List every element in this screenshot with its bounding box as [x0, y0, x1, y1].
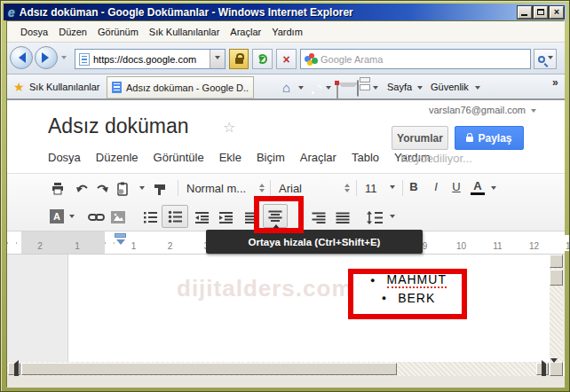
indent-marker-icon[interactable]: [116, 239, 125, 249]
align-right-button[interactable]: [311, 209, 327, 225]
increase-indent-button[interactable]: [218, 209, 234, 225]
back-button[interactable]: [10, 46, 33, 69]
text-color-caret-icon[interactable]: [491, 186, 496, 192]
highlight-color-button[interactable]: A: [50, 209, 64, 223]
bulleted-list-button[interactable]: [162, 205, 188, 228]
underline-button[interactable]: U: [449, 180, 463, 193]
ie-menu-item[interactable]: Görünüm: [93, 25, 143, 39]
address-field[interactable]: https://docs.google.com: [75, 49, 226, 69]
scroll-right-button[interactable]: [536, 363, 549, 375]
text-color-button[interactable]: A: [471, 180, 485, 195]
home-caret-icon[interactable]: [298, 86, 304, 92]
docs-menu-item[interactable]: Dosya: [48, 151, 81, 164]
docs-menu-item[interactable]: Düzenle: [96, 151, 139, 164]
ruler-margin-numbers: 21: [21, 231, 96, 254]
minimize-button[interactable]: [518, 6, 532, 19]
docs-menu-item[interactable]: Ekle: [219, 151, 241, 164]
ie-menu-item[interactable]: Yardım: [267, 25, 307, 39]
docs-menu-item[interactable]: Görüntüle: [154, 151, 204, 164]
search-placeholder[interactable]: Google Arama: [321, 54, 383, 65]
justify-button[interactable]: [335, 209, 351, 225]
docs-menu-item[interactable]: Araçlar: [300, 151, 336, 164]
ruler-number: 1: [59, 235, 96, 251]
share-label: Paylaş: [478, 132, 511, 145]
search-caret-icon: [548, 56, 553, 62]
print-caret-icon[interactable]: [373, 86, 378, 92]
history-caret-icon[interactable]: [61, 56, 67, 62]
security-caret-icon[interactable]: [475, 86, 480, 92]
highlight-caret-icon[interactable]: [69, 215, 75, 221]
scroll-up-button[interactable]: [550, 255, 563, 268]
close-button[interactable]: ×: [550, 6, 564, 19]
ruler-number: 13: [552, 235, 570, 251]
scroll-down-button[interactable]: [550, 362, 563, 376]
home-icon[interactable]: ⌂: [282, 81, 290, 94]
insert-image-button[interactable]: [110, 209, 126, 225]
font-size-value: 11: [365, 182, 377, 195]
share-lock-icon: [466, 137, 473, 142]
redo-button[interactable]: [94, 181, 110, 197]
share-button[interactable]: Paylaş: [455, 126, 524, 150]
document-title[interactable]: Adsız doküman: [48, 114, 189, 138]
maximize-button[interactable]: [534, 6, 548, 19]
spinner-icon: [259, 181, 265, 195]
line-spacing-caret-icon[interactable]: [390, 215, 395, 221]
read-mail-icon[interactable]: [336, 82, 338, 98]
ruler-number: 2: [152, 235, 188, 251]
docs-menu-bar: DosyaDüzenleGörüntüleEkleBiçimAraçlarTab…: [48, 151, 431, 164]
numbered-list-button[interactable]: [142, 209, 158, 225]
style-select[interactable]: Normal m...: [186, 179, 265, 197]
address-dropdown-button[interactable]: [210, 50, 225, 68]
ruler-number: 2: [21, 235, 59, 251]
ie-menu-item[interactable]: Sık Kullanılanlar: [145, 25, 225, 39]
line-spacing-button[interactable]: [366, 209, 384, 225]
page-caret-icon[interactable]: [417, 86, 423, 92]
security-menu-button[interactable]: Güvenlik: [431, 82, 469, 92]
paste-format-button[interactable]: [115, 181, 131, 197]
print-icon[interactable]: [357, 80, 359, 97]
font-size-select[interactable]: 11: [365, 179, 395, 197]
favorites-button[interactable]: Sık Kullanılanlar: [29, 82, 100, 92]
search-box[interactable]: Google Arama: [300, 49, 531, 69]
ie-menu-item[interactable]: Araçlar: [226, 25, 265, 39]
docs-menu-item[interactable]: Biçim: [257, 151, 285, 164]
title-bar[interactable]: e Adsız doküman - Google Dokümanlar - Wi…: [4, 4, 566, 20]
star-document-icon[interactable]: ☆: [223, 119, 235, 136]
bold-button[interactable]: B: [407, 180, 421, 193]
paint-format-button[interactable]: [152, 181, 168, 197]
italic-button[interactable]: I: [429, 180, 443, 193]
address-url[interactable]: https://docs.google.com: [93, 54, 210, 65]
comments-button[interactable]: Yorumlar: [392, 126, 448, 150]
favorites-star-icon[interactable]: ★: [13, 80, 25, 94]
google-logo-icon: [305, 53, 317, 66]
favorites-bar: ★ Sık Kullanılanlar Adsız doküman - Goog…: [7, 74, 565, 99]
overflow-chevrons-icon[interactable]: »: [552, 76, 558, 89]
horizontal-scroll-thumb[interactable]: [21, 363, 397, 375]
ie-menu-bar: DosyaDüzenGörünümSık KullanılanlarAraçla…: [7, 21, 565, 43]
insert-link-button[interactable]: [87, 209, 105, 225]
vertical-scroll-thumb[interactable]: [550, 270, 563, 286]
docs-menu-item[interactable]: Tablo: [352, 151, 379, 164]
account-email[interactable]: varslan76@gmail.com: [429, 105, 526, 115]
status-strip: [7, 376, 565, 388]
font-select[interactable]: Arial: [279, 179, 350, 197]
search-button[interactable]: [534, 49, 557, 69]
scroll-left-button[interactable]: [8, 363, 20, 375]
decrease-indent-button[interactable]: [194, 209, 210, 225]
paste-caret-icon[interactable]: [139, 186, 145, 192]
margin-marker[interactable]: [115, 233, 126, 238]
print-button[interactable]: [50, 181, 66, 197]
document-page[interactable]: dijitalders.com ● MAHMUT ● BERK: [67, 255, 550, 362]
undo-button[interactable]: [75, 181, 91, 197]
refresh-button[interactable]: [252, 49, 273, 69]
rss-caret-icon[interactable]: [326, 86, 331, 92]
annotation-box-list: [348, 269, 467, 319]
page-menu-button[interactable]: Sayfa: [387, 82, 412, 92]
security-lock-button[interactable]: [229, 49, 249, 69]
account-caret-icon[interactable]: [531, 109, 536, 115]
browser-tab[interactable]: Adsız doküman - Google D...: [107, 76, 254, 98]
ie-menu-item[interactable]: Düzen: [54, 25, 91, 39]
forward-button[interactable]: [35, 46, 58, 69]
stop-button[interactable]: ×: [276, 49, 297, 69]
ie-menu-item[interactable]: Dosya: [16, 25, 52, 39]
